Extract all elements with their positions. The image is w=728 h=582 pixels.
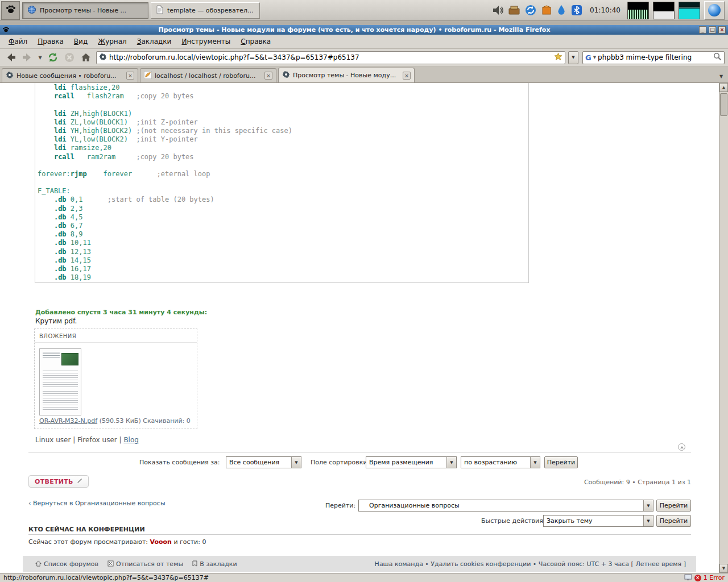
- menu-history[interactable]: Журнал: [93, 36, 132, 47]
- menu-bookmarks[interactable]: Закладки: [132, 36, 177, 47]
- tab-close-icon[interactable]: ×: [126, 72, 134, 80]
- quick-actions-select[interactable]: Закрыть тему▼: [543, 515, 653, 527]
- tab-view-topic[interactable]: Просмотр темы - Новые моду... ×: [278, 68, 415, 82]
- load-monitor[interactable]: [653, 2, 675, 19]
- url-dropdown-button[interactable]: ▼: [568, 51, 578, 64]
- post-body-text: Крутим pdf.: [35, 317, 77, 325]
- code-line: forever:rjmp forever ;eternal loop: [38, 170, 524, 178]
- code-line: [38, 101, 524, 109]
- printer-icon[interactable]: [508, 5, 520, 16]
- chevron-down-icon: ▼: [291, 457, 301, 468]
- search-input[interactable]: [598, 53, 712, 61]
- tab-label: localhost / localhost / roboforu...: [155, 72, 262, 80]
- code-line: .db 14,15: [38, 256, 524, 265]
- magnifier-icon[interactable]: [713, 52, 722, 63]
- url-bar[interactable]: [96, 51, 565, 64]
- bookmark-star-icon[interactable]: [554, 52, 562, 63]
- attachments-header: ВЛОЖЕНИЯ: [35, 329, 197, 343]
- signature-blog-link[interactable]: Blog: [123, 436, 139, 444]
- stop-button[interactable]: [62, 50, 77, 65]
- back-to-top-icon[interactable]: [678, 443, 685, 451]
- scroll-down-arrow-icon[interactable]: ▼: [719, 564, 728, 573]
- tab-new-posts[interactable]: Новые сообщения • roboforu... ×: [2, 68, 138, 82]
- chevron-down-icon: ▼: [446, 457, 456, 468]
- applet-button[interactable]: [704, 1, 725, 20]
- history-chevron-icon[interactable]: ▼: [36, 50, 44, 65]
- search-engine-chevron-icon[interactable]: ▼: [593, 55, 596, 60]
- footer-meta-links[interactable]: Наша команда • Удалить cookies конференц…: [375, 560, 686, 568]
- close-button[interactable]: ×: [718, 26, 726, 34]
- tab-close-icon[interactable]: ×: [264, 72, 272, 80]
- panel-menu-button[interactable]: [1, 1, 20, 20]
- footer-link-label: В закладки: [200, 560, 237, 568]
- menu-tools[interactable]: Инструменты: [176, 36, 235, 47]
- google-logo-icon[interactable]: G: [585, 53, 592, 62]
- attachment-link[interactable]: OR-AVR-M32-N.pdf: [39, 417, 97, 425]
- online-user-link[interactable]: Vooon: [150, 538, 172, 546]
- return-to-forum-link[interactable]: ‹ Вернуться в Организационные вопросы: [28, 500, 166, 507]
- spectrum-monitor[interactable]: [627, 2, 649, 19]
- menu-view[interactable]: Вид: [69, 36, 93, 47]
- volume-icon[interactable]: [491, 4, 504, 16]
- bluetooth-icon[interactable]: [570, 4, 583, 16]
- console-icon[interactable]: [684, 572, 692, 582]
- forward-button[interactable]: [20, 50, 35, 65]
- code-line: .db 4,5: [38, 213, 524, 222]
- taskbar-window-firefox[interactable]: Просмотр темы - Новые ...: [22, 2, 148, 19]
- paw-icon: [5, 3, 16, 17]
- bookmark-topic-link[interactable]: В закладки: [192, 560, 237, 568]
- jump-to-select[interactable]: Организационные вопросы▼: [358, 500, 653, 512]
- code-line: ldi ZH,high(BLOCK1): [38, 110, 524, 118]
- code-line: .db 2,3: [38, 205, 524, 213]
- footer-link-label: Отписаться от темы: [116, 560, 183, 568]
- jump-label: Перейти:: [325, 502, 355, 509]
- pdf-board-photo: [61, 353, 78, 365]
- display-go-button[interactable]: Перейти: [544, 456, 578, 468]
- water-drop-icon[interactable]: [556, 5, 566, 16]
- unsubscribe-link[interactable]: Отписаться от темы: [107, 560, 183, 568]
- code-line: ldi YL,low(BLOCK2) ;init Y-pointer: [38, 135, 524, 144]
- attachment-thumbnail[interactable]: [39, 348, 81, 415]
- scroll-up-arrow-icon[interactable]: ▲: [719, 83, 728, 92]
- clock[interactable]: 01:10:40: [587, 6, 623, 14]
- blue-sphere-icon: [708, 4, 721, 16]
- window-titlebar[interactable]: Просмотр темы - Новые модули на форуме (…: [0, 25, 728, 35]
- scrollbar-thumb[interactable]: [720, 93, 727, 116]
- error-count-label[interactable]: 1 Error: [704, 574, 725, 581]
- sort-direction-select[interactable]: по возрастанию▼: [461, 456, 540, 468]
- tab-bar: Новые сообщения • roboforu... × localhos…: [0, 66, 728, 83]
- list-all-tabs-chevron-icon[interactable]: ▼: [716, 70, 726, 82]
- gear-favicon-icon: [6, 71, 14, 81]
- url-input[interactable]: [109, 53, 552, 61]
- forum-footer-bar: Список форумов Отписаться от темы В закл…: [23, 556, 696, 572]
- tab-close-icon[interactable]: ×: [403, 72, 411, 80]
- system-tray: 01:10:40: [491, 1, 727, 20]
- window-paw-icon[interactable]: [2, 24, 10, 35]
- home-button[interactable]: [78, 50, 93, 65]
- taskbar-window-filemanager[interactable]: template — обозревател...: [151, 2, 260, 19]
- menu-edit[interactable]: Правка: [32, 36, 69, 47]
- quick-go-button[interactable]: Перейти: [656, 515, 691, 527]
- maximize-button[interactable]: □: [709, 26, 716, 34]
- taskbar-window-title: Просмотр темы - Новые ...: [40, 7, 126, 14]
- back-button[interactable]: [3, 50, 18, 65]
- search-bar[interactable]: G ▼: [582, 51, 725, 64]
- tab-phpmyadmin[interactable]: localhost / localhost / roboforu... ×: [140, 68, 276, 82]
- reload-button[interactable]: [46, 50, 60, 65]
- vertical-scrollbar[interactable]: ▲ ▼: [719, 83, 728, 573]
- error-circle-icon[interactable]: ×: [694, 575, 701, 581]
- cpu-monitor[interactable]: [679, 2, 700, 19]
- menu-file[interactable]: Файл: [3, 36, 32, 47]
- pdf-text-lines: [43, 371, 78, 388]
- phpmyadmin-favicon-icon: [144, 71, 152, 81]
- menu-help[interactable]: Справка: [235, 36, 276, 47]
- update-icon[interactable]: [524, 4, 537, 16]
- reply-button[interactable]: ОТВЕТИТЬ: [28, 475, 89, 488]
- sort-field-select[interactable]: Время размещения▼: [366, 456, 457, 468]
- show-posts-select[interactable]: Все сообщения▼: [226, 456, 301, 468]
- code-line: ldi ZL,low(BLOCK1) ;init Z-pointer: [38, 118, 524, 127]
- board-index-link[interactable]: Список форумов: [35, 560, 98, 568]
- package-icon[interactable]: [541, 5, 552, 16]
- jump-go-button[interactable]: Перейти: [656, 500, 691, 512]
- minimize-button[interactable]: _: [699, 26, 706, 34]
